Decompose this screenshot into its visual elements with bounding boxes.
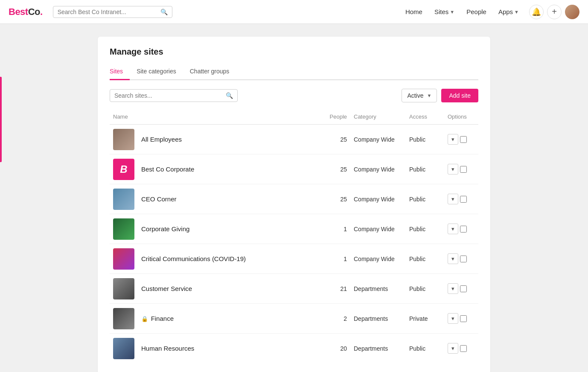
- site-name-label: Human Resources: [141, 345, 194, 352]
- search-sites-icon: 🔍: [226, 92, 233, 99]
- site-name-cell: CEO Corner: [138, 184, 316, 214]
- site-category: Departments: [350, 304, 406, 334]
- status-label: Active: [407, 92, 423, 99]
- site-thumbnail: [113, 308, 134, 329]
- add-site-button[interactable]: Add site: [441, 89, 478, 102]
- user-avatar[interactable]: [565, 5, 579, 19]
- site-options-dropdown-button[interactable]: ▾: [448, 224, 458, 234]
- table-row: Human Resources20DepartmentsPublic▾: [110, 334, 478, 363]
- tab-sites[interactable]: Sites: [110, 64, 130, 80]
- site-name-label: Critical Communications (COVID-19): [141, 255, 246, 262]
- site-options-group: ▾: [448, 283, 475, 294]
- site-options-group: ▾: [448, 164, 475, 174]
- nav-icon-group: 🔔 +: [529, 5, 579, 19]
- site-thumbnail-cell: [110, 244, 138, 274]
- site-options-cell: ▾: [444, 334, 478, 363]
- add-button[interactable]: +: [547, 5, 562, 19]
- site-access: Public: [406, 184, 444, 214]
- site-category: Company Wide: [350, 125, 406, 154]
- site-name-cell: All Employees: [138, 125, 316, 154]
- site-options-dropdown-button[interactable]: ▾: [448, 134, 458, 145]
- site-access: Public: [406, 154, 444, 184]
- logo-dot: .: [40, 6, 43, 17]
- site-options-dropdown-button[interactable]: ▾: [448, 253, 458, 264]
- site-thumbnail: [113, 278, 134, 299]
- page-title: Manage sites: [110, 47, 478, 57]
- site-row-checkbox[interactable]: [460, 315, 467, 322]
- site-options-dropdown-button[interactable]: ▾: [448, 164, 458, 174]
- site-options-group: ▾: [448, 134, 475, 145]
- site-options-group: ▾: [448, 253, 475, 264]
- top-navigation: Best Co. 🔍 Home Sites ▼ People Apps ▼ 🔔 …: [0, 0, 588, 24]
- site-thumbnail: [113, 338, 134, 359]
- site-thumbnail-cell: [110, 334, 138, 363]
- site-category: Departments: [350, 334, 406, 363]
- site-options-cell: ▾: [444, 304, 478, 334]
- lock-icon: 🔒: [141, 316, 150, 322]
- site-name-label: 🔒 Finance: [141, 315, 174, 322]
- sites-chevron-icon: ▼: [450, 9, 454, 15]
- site-row-checkbox[interactable]: [460, 136, 467, 143]
- site-options-dropdown-button[interactable]: ▾: [448, 343, 458, 354]
- site-category: Company Wide: [350, 184, 406, 214]
- site-thumbnail: [113, 218, 134, 240]
- site-people-count: 1: [316, 244, 350, 274]
- site-access: Private: [406, 304, 444, 334]
- site-access: Public: [406, 274, 444, 304]
- site-options-cell: ▾: [444, 244, 478, 274]
- site-options-dropdown-button[interactable]: ▾: [448, 194, 458, 204]
- nav-apps[interactable]: Apps ▼: [493, 5, 524, 19]
- nav-home[interactable]: Home: [400, 5, 428, 19]
- tab-site-categories[interactable]: Site categories: [130, 64, 183, 80]
- site-thumbnail: B: [113, 159, 134, 180]
- site-name-cell: Critical Communications (COVID-19): [138, 244, 316, 274]
- site-name-cell: Best Co Corporate: [138, 154, 316, 184]
- nav-people[interactable]: People: [461, 5, 492, 19]
- apps-chevron-icon: ▼: [514, 9, 519, 15]
- site-thumbnail-cell: [110, 214, 138, 244]
- notifications-bell-button[interactable]: 🔔: [529, 5, 544, 19]
- table-row: All Employees25Company WidePublic▾: [110, 125, 478, 154]
- site-name-label: Best Co Corporate: [141, 166, 194, 173]
- page-content: Manage sites Sites Site categories Chatt…: [89, 24, 499, 372]
- logo[interactable]: Best Co.: [9, 6, 43, 17]
- site-row-checkbox[interactable]: [460, 256, 467, 262]
- site-thumbnail-cell: [110, 274, 138, 304]
- site-thumbnail-cell: [110, 184, 138, 214]
- site-people-count: 21: [316, 274, 350, 304]
- site-category: Company Wide: [350, 214, 406, 244]
- site-people-count: 25: [316, 184, 350, 214]
- site-options-group: ▾: [448, 343, 475, 354]
- col-category: Category: [350, 111, 406, 125]
- site-name-cell: 🔒 Finance: [138, 304, 316, 334]
- site-options-dropdown-button[interactable]: ▾: [448, 313, 458, 324]
- search-sites-input[interactable]: [114, 92, 226, 99]
- site-options-group: ▾: [448, 194, 475, 204]
- site-options-cell: ▾: [444, 274, 478, 304]
- site-name-label: Customer Service: [141, 285, 192, 292]
- site-row-checkbox[interactable]: [460, 166, 467, 173]
- sites-table: Name People Category Access Options All …: [110, 111, 478, 363]
- left-accent-bar: [0, 77, 2, 162]
- status-dropdown[interactable]: Active ▼: [402, 89, 437, 102]
- site-category: Company Wide: [350, 244, 406, 274]
- site-people-count: 1: [316, 214, 350, 244]
- site-row-checkbox[interactable]: [460, 345, 467, 352]
- tab-chatter-groups[interactable]: Chatter groups: [183, 64, 236, 80]
- site-name-cell: Corporate Giving: [138, 214, 316, 244]
- table-row: Customer Service21DepartmentsPublic▾: [110, 274, 478, 304]
- nav-sites[interactable]: Sites ▼: [429, 5, 460, 19]
- site-access: Public: [406, 125, 444, 154]
- global-search-input[interactable]: [58, 9, 160, 15]
- site-options-dropdown-button[interactable]: ▾: [448, 283, 458, 294]
- table-row: Corporate Giving1Company WidePublic▾: [110, 214, 478, 244]
- col-options: Options: [444, 111, 478, 125]
- site-options-group: ▾: [448, 224, 475, 234]
- site-row-checkbox[interactable]: [460, 285, 467, 292]
- table-row: 🔒 Finance2DepartmentsPrivate▾: [110, 304, 478, 334]
- site-row-checkbox[interactable]: [460, 226, 467, 232]
- site-thumbnail: [113, 189, 134, 210]
- site-people-count: 25: [316, 154, 350, 184]
- site-row-checkbox[interactable]: [460, 196, 467, 203]
- site-name-label: CEO Corner: [141, 195, 177, 203]
